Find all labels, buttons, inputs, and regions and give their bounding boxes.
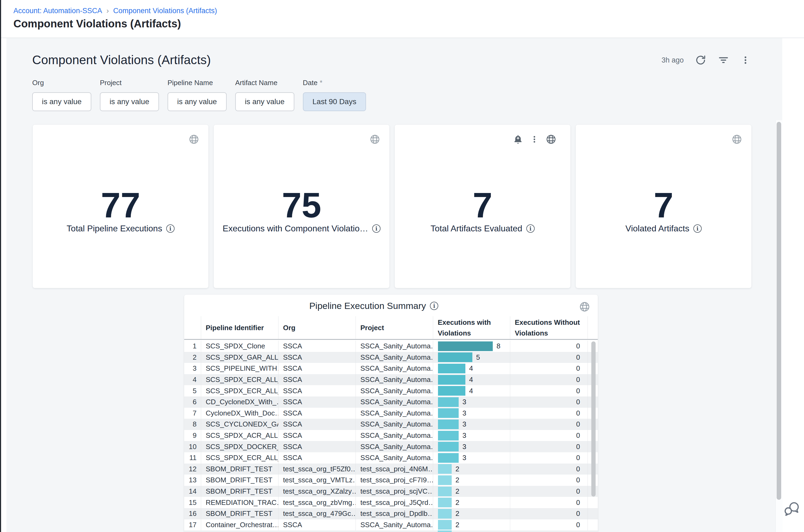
info-icon[interactable]: i xyxy=(526,224,535,233)
stat-value: 77 xyxy=(33,188,208,223)
filter-value-org[interactable]: is any value xyxy=(32,92,91,111)
info-icon[interactable]: i xyxy=(166,224,174,233)
executions-with-violations-cell: 3 xyxy=(433,396,510,408)
header-cell-org[interactable]: Org xyxy=(278,316,356,339)
filter-label-org: Org xyxy=(32,79,91,87)
info-icon[interactable]: i xyxy=(372,224,380,233)
violations-count: 2 xyxy=(455,465,459,473)
pipeline-identifier-cell: SCS_PIPELINE_WITH… xyxy=(201,363,278,374)
project-cell: SSCA_Sanity_Automa… xyxy=(356,519,433,531)
filter-value-date[interactable]: Last 90 Days xyxy=(303,92,366,111)
stat-label: Total Artifacts Evaluated xyxy=(430,224,522,233)
stat-value: 7 xyxy=(576,188,751,223)
dashboard-title: Component Violations (Artifacts) xyxy=(32,53,211,67)
header-cell-project[interactable]: Project xyxy=(356,316,433,339)
info-icon[interactable]: i xyxy=(693,224,702,233)
org-cell: SSCA xyxy=(278,430,356,441)
stat-label-row: Total Pipeline Executionsi xyxy=(33,224,208,233)
org-cell: SSCA xyxy=(278,352,356,363)
stat-label-row: Total Artifacts Evaluatedi xyxy=(395,224,571,233)
globe-icon[interactable] xyxy=(188,134,199,145)
filter-value-artifact-name[interactable]: is any value xyxy=(235,92,294,111)
table-row[interactable]: 3SCS_PIPELINE_WITH…SSCASSCA_Sanity_Autom… xyxy=(184,363,598,374)
info-icon[interactable]: i xyxy=(430,302,438,310)
breadcrumb-current-link[interactable]: Component Violations (Artifacts) xyxy=(113,7,217,15)
header-cell-executions-without-violations[interactable]: Executions Without Violations xyxy=(510,316,587,339)
violations-count: 3 xyxy=(463,398,466,406)
row-number: 13 xyxy=(184,475,201,486)
filter-date: Date*Last 90 Days xyxy=(303,79,366,111)
table-row[interactable]: 4SCS_SPDX_ECR_ALL_…SSCASSCA_Sanity_Autom… xyxy=(184,374,598,385)
project-cell: SSCA_Sanity_Automa… xyxy=(356,385,433,396)
chat-bubbles-icon[interactable] xyxy=(784,501,801,516)
executions-without-violations-cell: 0 xyxy=(510,463,587,475)
bell-plus-icon[interactable] xyxy=(513,134,523,145)
violations-bar xyxy=(438,453,459,463)
globe-icon[interactable] xyxy=(546,134,556,145)
header-cell-pipeline-identifier[interactable]: Pipeline Identifier xyxy=(201,316,278,339)
breadcrumb: Account: Automation-SSCA › Component Vio… xyxy=(14,6,217,15)
refresh-icon[interactable] xyxy=(695,55,706,66)
globe-icon[interactable] xyxy=(370,134,380,145)
table-row[interactable]: 5SCS_SPDX_ECR_ALL_…SSCASSCA_Sanity_Autom… xyxy=(184,385,598,396)
org-cell: test_ssca_org_tF5Zf0… xyxy=(278,463,356,475)
filter-icon[interactable] xyxy=(717,54,729,66)
kebab-menu-icon[interactable] xyxy=(741,55,750,65)
breadcrumb-account-link[interactable]: Account: Automation-SSCA xyxy=(14,7,102,15)
stat-tile-total-artifacts-evaluated: 7Total Artifacts Evaluatedi xyxy=(395,125,571,288)
executions-with-violations-cell: 2 xyxy=(433,463,510,475)
table-row[interactable]: 14SBOM_DRIFT_TESTtest_ssca_org_XZalzy…te… xyxy=(184,486,598,497)
pipeline-identifier-cell: Container_Orchestrat… xyxy=(201,519,278,531)
executions-without-violations-cell: 0 xyxy=(510,452,587,463)
page-scrollbar-thumb[interactable] xyxy=(777,122,781,500)
table-title-row: Pipeline Execution Summary i xyxy=(184,301,581,311)
kebab-menu-icon[interactable] xyxy=(530,134,539,145)
table-row[interactable]: 16SBOM_DRIFT_TESTtest_ssca_org_479Gc…tes… xyxy=(184,508,598,519)
org-cell: SSCA xyxy=(278,452,356,463)
table-row[interactable]: 8SCS_CYCLONEDX_GA…SSCASSCA_Sanity_Automa… xyxy=(184,419,598,430)
executions-with-violations-cell: 3 xyxy=(433,430,510,441)
filter-project: Projectis any value xyxy=(100,79,159,111)
executions-with-violations-cell: 4 xyxy=(433,374,510,385)
globe-icon[interactable] xyxy=(579,301,590,312)
filter-value-project[interactable]: is any value xyxy=(100,92,159,111)
project-cell: test_ssca_proj_scjVC… xyxy=(356,486,433,497)
violations-bar xyxy=(438,353,472,362)
table-title: Pipeline Execution Summary xyxy=(310,301,426,311)
executions-without-violations-cell: 0 xyxy=(510,363,587,374)
project-cell: SSCA_Sanity_Automa… xyxy=(356,396,433,408)
table-scrollbar-thumb[interactable] xyxy=(591,341,596,497)
table-row[interactable]: 1SCS_SPDX_CloneSSCASSCA_Sanity_Automa…80 xyxy=(184,341,598,352)
table-row[interactable]: 17Container_Orchestrat…SSCASSCA_Sanity_A… xyxy=(184,519,598,531)
project-cell: SSCA_Sanity_Automa… xyxy=(356,352,433,363)
executions-with-violations-cell: 5 xyxy=(433,352,510,363)
violations-count: 3 xyxy=(463,431,466,440)
table-row[interactable]: 13SBOM_DRIFT_TESTtest_ssca_org_VMTLz…tes… xyxy=(184,475,598,486)
violations-bar xyxy=(438,464,452,474)
header-cell-executions-with-violations[interactable]: Executions with Violations xyxy=(433,316,510,339)
filter-value-pipeline-name[interactable]: is any value xyxy=(168,92,227,111)
org-cell: test_ssca_org_zbVmg… xyxy=(278,497,356,508)
table-row[interactable]: 9SCS_SPDX_ACR_ALL…SSCASSCA_Sanity_Automa… xyxy=(184,430,598,441)
org-cell: test_ssca_org_VMTLz… xyxy=(278,475,356,486)
violations-bar xyxy=(438,520,452,530)
table-row[interactable]: 10SCS_SPDX_DOCKER_…SSCASSCA_Sanity_Autom… xyxy=(184,441,598,452)
executions-with-violations-cell: 2 xyxy=(433,475,510,486)
stat-label: Executions with Component Violatio… xyxy=(223,224,368,233)
violations-bar xyxy=(438,420,459,429)
pipeline-identifier-cell: SCS_SPDX_ECR_ALL_… xyxy=(201,452,278,463)
globe-icon[interactable] xyxy=(731,134,742,145)
table-row[interactable]: 7CycloneDX_With_Doc…SSCASSCA_Sanity_Auto… xyxy=(184,408,598,419)
table-row[interactable]: 15REMEDIATION_TRAC…test_ssca_org_zbVmg…t… xyxy=(184,497,598,508)
table-row[interactable]: 6CD_CycloneDX_With_…SSCASSCA_Sanity_Auto… xyxy=(184,396,598,408)
org-cell: SSCA xyxy=(278,408,356,419)
project-cell: test_ssca_proj_cF7I9… xyxy=(356,475,433,486)
table-row[interactable]: 2SCS_SPDX_GAR_ALL…SSCASSCA_Sanity_Automa… xyxy=(184,352,598,363)
table-row[interactable]: 12SBOM_DRIFT_TESTtest_ssca_org_tF5Zf0…te… xyxy=(184,463,598,475)
executions-with-violations-cell: 3 xyxy=(433,419,510,430)
row-number: 5 xyxy=(184,385,201,396)
executions-without-violations-cell: 0 xyxy=(510,475,587,486)
org-cell: SSCA xyxy=(278,363,356,374)
partial-bar xyxy=(438,530,452,532)
table-row[interactable]: 11SCS_SPDX_ECR_ALL_…SSCASSCA_Sanity_Auto… xyxy=(184,452,598,463)
